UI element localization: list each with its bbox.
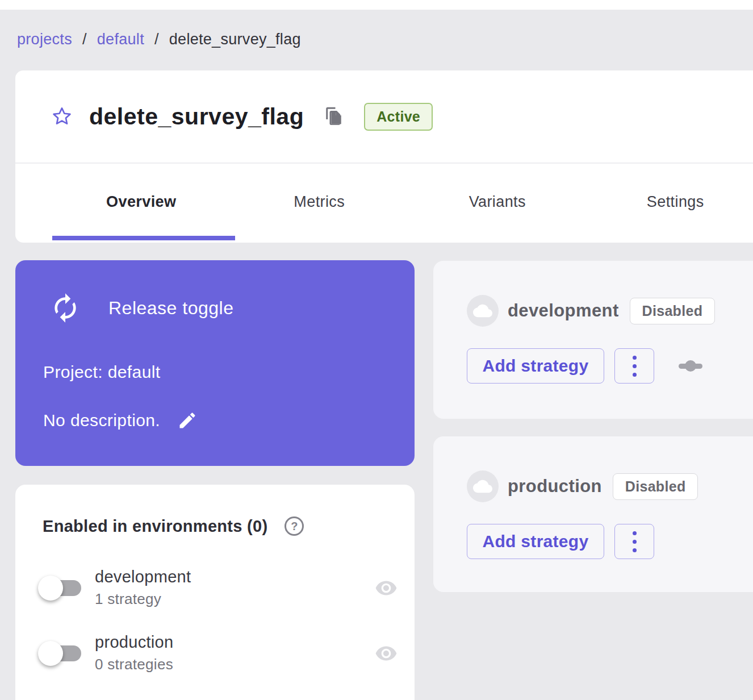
environment-strategy-count: 1 strategy: [95, 590, 191, 608]
development-strategy-card: development Disabled Add strategy: [433, 261, 753, 419]
environment-text: development 1 strategy: [95, 568, 191, 608]
enabled-environments-title: Enabled in environments (0): [43, 517, 267, 536]
tab-variants[interactable]: Variants: [408, 164, 587, 240]
active-tab-indicator: [52, 236, 235, 240]
star-outline-icon: [51, 106, 73, 127]
production-toggle[interactable]: [38, 639, 83, 668]
more-options-kebab-icon[interactable]: [614, 348, 654, 384]
visibility-eye-icon[interactable]: [375, 644, 398, 663]
edit-description-button[interactable]: [177, 410, 198, 431]
status-badge: Active: [364, 103, 433, 131]
environment-status-badge: Disabled: [630, 298, 716, 324]
cloud-icon: [473, 303, 492, 318]
flag-type-label: Release toggle: [108, 298, 233, 319]
more-options-kebab-icon[interactable]: [614, 524, 654, 559]
environment-name: production: [95, 633, 173, 652]
environment-strategy-count: 0 strategies: [95, 656, 173, 673]
strategy-slider-icon[interactable]: [679, 360, 702, 372]
production-card-actions: Add strategy: [433, 524, 753, 559]
environment-text: production 0 strategies: [95, 633, 173, 673]
environment-row-production: production 0 strategies: [15, 633, 415, 673]
add-strategy-button[interactable]: Add strategy: [467, 524, 604, 559]
development-toggle[interactable]: [38, 574, 83, 602]
copy-name-icon[interactable]: [325, 107, 342, 126]
development-card-actions: Add strategy: [433, 348, 753, 384]
breadcrumb-separator: /: [82, 31, 87, 48]
flag-title-row: delete_survey_flag Active: [15, 70, 753, 164]
flag-description-row: No description.: [15, 410, 415, 431]
environment-card-name: development: [508, 301, 619, 321]
cycle-arrows-icon: [49, 292, 81, 324]
environment-status-badge: Disabled: [613, 473, 698, 500]
eye-icon: [375, 579, 398, 597]
help-circle-icon[interactable]: ?: [285, 516, 304, 536]
copy-icon: [325, 107, 342, 126]
production-strategy-card: production Disabled Add strategy: [433, 436, 753, 592]
cloud-icon: [473, 479, 492, 494]
flag-header-card: delete_survey_flag Active Overview Metri…: [15, 70, 753, 243]
breadcrumb-separator: /: [154, 31, 159, 48]
tab-metrics[interactable]: Metrics: [231, 164, 409, 240]
breadcrumb: projects / default / delete_survey_flag: [17, 31, 301, 48]
pencil-icon: [177, 410, 198, 431]
breadcrumb-link-projects[interactable]: projects: [17, 31, 72, 48]
top-header-strip: [0, 0, 753, 10]
page-title: delete_survey_flag: [89, 103, 304, 130]
environment-card-name: production: [508, 476, 602, 497]
breadcrumb-link-default[interactable]: default: [97, 31, 144, 48]
environment-avatar: [467, 470, 499, 502]
flag-project-label: Project: default: [15, 363, 415, 382]
enabled-environments-card: Enabled in environments (0) ? developmen…: [15, 485, 415, 700]
enabled-environments-header: Enabled in environments (0) ?: [15, 485, 415, 536]
add-strategy-button[interactable]: Add strategy: [467, 348, 604, 384]
toggle-thumb: [38, 641, 63, 666]
production-card-header: production Disabled: [433, 436, 753, 502]
favorite-star-icon[interactable]: [51, 105, 73, 128]
tab-bar: Overview Metrics Variants Settings: [15, 164, 753, 240]
environment-avatar: [467, 295, 499, 327]
toggle-thumb: [38, 576, 63, 601]
environment-name: development: [95, 568, 191, 586]
tab-overview[interactable]: Overview: [52, 164, 231, 240]
environment-row-development: development 1 strategy: [15, 568, 415, 608]
breadcrumb-current: delete_survey_flag: [169, 31, 301, 48]
visibility-eye-icon[interactable]: [375, 579, 398, 597]
flag-description-label: No description.: [43, 411, 160, 430]
flag-type-row: Release toggle: [15, 260, 415, 324]
development-card-header: development Disabled: [433, 261, 753, 327]
eye-icon: [375, 644, 398, 663]
tab-settings[interactable]: Settings: [587, 164, 753, 240]
flag-overview-card: Release toggle Project: default No descr…: [15, 260, 415, 466]
